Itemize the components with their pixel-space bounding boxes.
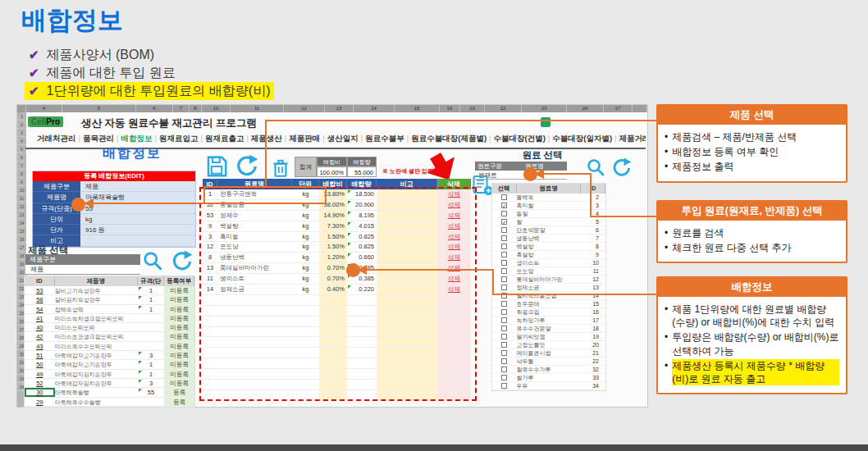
product-row[interactable]: 40마리스모찌모찌미등록 (25, 323, 194, 332)
material-name-cell[interactable]: 메이플콘시럽 (517, 349, 582, 357)
material-row[interactable]: 딸기씨앗잼19 (492, 333, 605, 341)
product-id-cell[interactable]: 43 (25, 342, 55, 350)
checkbox[interactable] (501, 383, 507, 389)
product-name-cell[interactable]: 아욱애감자고기손만두 (55, 360, 138, 368)
material-name-cell[interactable]: 호두분태 (517, 300, 582, 308)
material-row[interactable]: 냉동난백7 (492, 235, 605, 243)
edit-value[interactable] (80, 235, 195, 246)
checkbox[interactable] (501, 342, 507, 348)
menu-item-8[interactable]: 생산일지 (327, 134, 359, 143)
material-row[interactable]: 찰옥수수가루32 (492, 366, 605, 374)
checkbox[interactable] (501, 375, 507, 380)
product-id-cell[interactable]: 40 (25, 323, 55, 331)
product-row[interactable]: 30아욱채육술빵55등록 (25, 388, 194, 397)
product-spec-cell[interactable]: 1 (138, 295, 165, 303)
material-name-cell[interactable]: 정제소금 (517, 284, 582, 291)
product-row[interactable]: 50아욱애감자고기손만두1미등록 (25, 360, 194, 369)
menu-item-3[interactable]: 배합정보 (121, 134, 152, 143)
material-name-cell[interactable]: 딸기씨앗잼 (517, 333, 582, 340)
checkbox[interactable] (501, 252, 507, 257)
product-row[interactable]: 51아욱애감자고기손만두3미등록 (25, 351, 194, 360)
material-row[interactable]: 단호박분말6 (492, 226, 605, 235)
product-spec-cell[interactable] (138, 323, 165, 331)
product-spec-cell[interactable]: 1 (138, 360, 165, 368)
material-row[interactable]: 통밀4 (492, 210, 605, 218)
material-name-cell[interactable]: 냉동난백 (517, 235, 582, 242)
material-name-cell[interactable]: 쌀가루 (517, 374, 582, 381)
checkbox[interactable] (501, 309, 507, 315)
product-name-cell[interactable]: 아욱채옥수수술빵 (55, 398, 138, 406)
product-id-cell[interactable]: 54 (25, 305, 55, 313)
menu-item-13[interactable]: 제품거래내역 (619, 134, 646, 143)
product-filter-input[interactable]: 제품 (25, 265, 140, 275)
product-row[interactable]: 42마리스초코생크림모찌모찌미등록 (25, 332, 194, 341)
product-row[interactable]: 58갈비김치숙성만두1미등록 (25, 295, 194, 304)
checkbox[interactable] (501, 244, 507, 249)
menu-item-7[interactable]: 제품판매 (289, 134, 320, 143)
menu-item-1[interactable]: 거래처관리 (37, 134, 76, 143)
material-name-cell[interactable]: 단호박분말 (517, 226, 582, 234)
checkbox[interactable] (501, 260, 507, 266)
material-name-cell[interactable]: 통밀 (517, 210, 582, 217)
product-row[interactable]: 52아욱애감자김치손만두3미등록 (25, 379, 194, 388)
edit-value[interactable]: 아욱채육술빵 (80, 192, 195, 203)
material-filter-bar[interactable]: 원료구분원료명 (475, 162, 567, 171)
product-id-cell[interactable]: 51 (25, 351, 55, 359)
product-row[interactable]: 43마리스옥수수모찌모찌미등록 (25, 342, 194, 351)
product-id-cell[interactable]: 52 (25, 379, 55, 387)
product-spec-cell[interactable] (138, 398, 165, 406)
material-name-cell[interactable]: 찰옥수수가루 (517, 366, 582, 373)
menu-item-4[interactable]: 원재료입고 (159, 134, 199, 143)
material-row[interactable]: 우유34 (492, 382, 605, 390)
checkbox[interactable] (501, 276, 507, 282)
material-row[interactable]: 생이스트10 (492, 259, 605, 267)
product-name-cell[interactable]: 잡채숙성떡 (55, 305, 138, 313)
material-row[interactable]: 쌀가루33 (492, 374, 605, 382)
material-row[interactable]: 백설탕8 (492, 243, 605, 251)
product-id-cell[interactable]: 30 (25, 388, 55, 396)
product-spec-cell[interactable]: 3 (138, 379, 165, 387)
material-row[interactable]: 올백쑥2 (492, 194, 605, 202)
checkbox[interactable] (501, 317, 507, 323)
menu-item-2[interactable]: 품목관리 (83, 134, 114, 143)
material-row[interactable]: 휘핑크림16 (492, 308, 605, 317)
product-name-cell[interactable]: 갈비김치숙성만두 (55, 295, 138, 303)
checkbox[interactable] (501, 367, 507, 372)
product-name-cell[interactable]: 갈비고기숙성만두 (55, 286, 138, 294)
product-id-cell[interactable]: 42 (25, 332, 55, 340)
material-name-cell[interactable]: 백설탕 (517, 243, 582, 250)
material-row[interactable]: 녹차잎가루17 (492, 317, 605, 325)
checkbox[interactable] (501, 350, 507, 356)
material-name-cell[interactable]: 쌀 (517, 218, 582, 226)
product-id-cell[interactable]: 41 (25, 314, 55, 322)
checkbox[interactable] (501, 326, 507, 331)
material-row[interactable]: 고정도물엿20 (492, 341, 605, 349)
refresh-icon[interactable] (610, 157, 632, 179)
product-spec-cell[interactable] (138, 314, 165, 322)
product-spec-cell[interactable] (138, 342, 165, 350)
edit-value[interactable]: 916 원 (80, 225, 195, 235)
material-row[interactable]: 옥수수건분말18 (492, 325, 605, 333)
product-row[interactable]: 53갈비고기숙성만두1미등록 (25, 286, 194, 295)
material-row[interactable]: 포도당11 (492, 267, 605, 276)
product-spec-cell[interactable]: 1 (138, 370, 165, 378)
product-id-cell[interactable]: 53 (25, 286, 55, 294)
menu-item-11[interactable]: 수불대장(건별) (494, 134, 546, 143)
search-icon[interactable] (142, 250, 163, 271)
material-name-cell[interactable]: 우유 (517, 382, 582, 390)
material-name-cell[interactable]: 고정도물엿 (517, 341, 582, 348)
product-spec-cell[interactable]: 3 (138, 351, 165, 359)
checkbox[interactable] (501, 194, 507, 200)
edit-value[interactable]: 55 (80, 203, 195, 214)
save-icon[interactable] (204, 154, 229, 179)
material-name-cell[interactable]: 흑설탕 (517, 251, 582, 258)
material-name-cell[interactable]: 흑미쌀 (517, 202, 582, 209)
material-name-cell[interactable]: 포도당 (517, 267, 582, 275)
product-row[interactable]: 29아욱채옥수수술빵등록 (25, 398, 194, 407)
product-name-cell[interactable]: 마리스모찌모찌 (55, 323, 138, 331)
product-id-cell[interactable]: 58 (25, 295, 55, 303)
checkbox[interactable] (501, 334, 507, 339)
material-row[interactable]: 롯데실버마아가린12 (492, 276, 605, 284)
product-name-cell[interactable]: 아욱애감자김치손만두 (55, 370, 138, 378)
refresh-icon[interactable] (170, 250, 193, 273)
